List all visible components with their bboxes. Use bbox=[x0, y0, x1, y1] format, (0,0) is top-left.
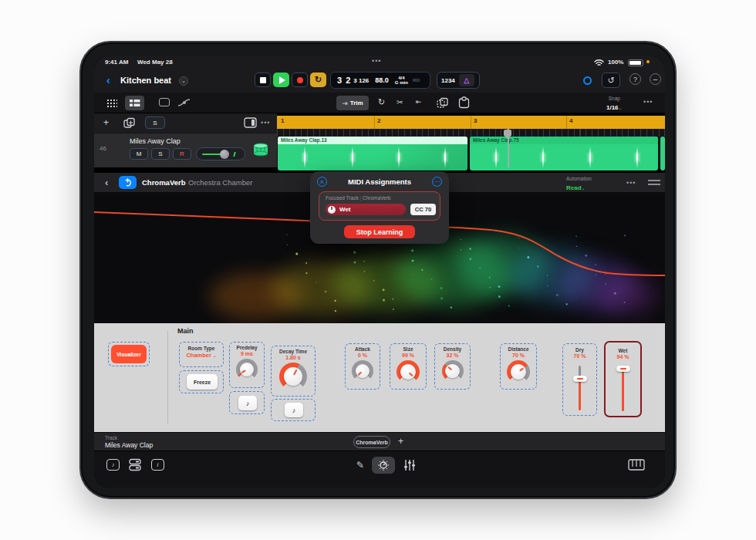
help-button[interactable]: ? bbox=[629, 73, 641, 85]
record-enable-indicator[interactable] bbox=[583, 76, 592, 85]
trim-icon: ⇥ bbox=[342, 100, 348, 107]
slider-handle[interactable] bbox=[616, 366, 630, 372]
pencil-tool-icon[interactable]: ✎ bbox=[356, 460, 364, 471]
back-chevron-icon[interactable]: ‹ bbox=[106, 73, 110, 86]
volume-knob[interactable] bbox=[220, 150, 229, 159]
scissors-tool-icon[interactable]: ✂ bbox=[397, 98, 403, 106]
trim-tool-button[interactable]: ⇥ Trim bbox=[336, 96, 369, 110]
waveform-spike bbox=[495, 147, 497, 168]
popup-more-button[interactable]: ⋯ bbox=[432, 177, 442, 187]
bar-ruler[interactable]: 1 2 3 4 bbox=[277, 116, 665, 129]
plugin-name[interactable]: ChromaVerb bbox=[142, 178, 186, 187]
count-in-group: 1234 △ bbox=[437, 72, 480, 89]
density-knob[interactable]: Density 32 % bbox=[434, 343, 471, 390]
project-title[interactable]: Kitchen beat bbox=[120, 76, 171, 85]
paste-icon[interactable] bbox=[458, 96, 470, 109]
panel-divider bbox=[167, 331, 168, 424]
plugin-pill-chromaverb[interactable]: ChromaVerb bbox=[353, 436, 390, 448]
solo-mode-button[interactable]: S bbox=[145, 116, 165, 129]
audio-region[interactable]: Miles Away Clap.13 bbox=[278, 137, 467, 170]
logic-pro-screen: 9:41 AM Wed May 28 ••• 100% ‹ Kitchen be… bbox=[94, 56, 665, 488]
region-select-icon[interactable] bbox=[159, 98, 170, 106]
loop-browser-icon[interactable]: ♪ bbox=[106, 459, 120, 471]
mute-button[interactable]: M bbox=[130, 148, 148, 160]
chromaverb-controls: Visualizer Main Room Type Chamber ⌄ Free… bbox=[94, 323, 665, 432]
track-header-more-icon[interactable]: ••• bbox=[261, 119, 270, 127]
play-button[interactable] bbox=[273, 73, 289, 87]
plugin-more-icon[interactable]: ••• bbox=[626, 179, 636, 187]
metronome-icon[interactable]: △ bbox=[459, 74, 474, 86]
note-icon: ♪ bbox=[292, 407, 296, 414]
toolbar-more-icon[interactable]: ••• bbox=[643, 98, 653, 106]
ruler-bar-number: 4 bbox=[569, 117, 572, 124]
wet-slider[interactable]: Wet 94 % bbox=[604, 341, 642, 417]
size-knob[interactable]: Size 99 % bbox=[390, 343, 427, 390]
automation-curve-icon[interactable] bbox=[177, 98, 191, 107]
hide-controls-button[interactable]: − bbox=[650, 73, 661, 85]
record-arm-button[interactable]: R bbox=[173, 148, 191, 160]
cycle-button[interactable]: ↻ bbox=[310, 73, 326, 87]
trim-tool-label: Trim bbox=[350, 100, 363, 106]
stop-icon bbox=[260, 77, 266, 83]
add-track-icon[interactable]: + bbox=[103, 117, 109, 128]
freeze-button[interactable]: Freeze bbox=[187, 374, 218, 390]
browser-icon[interactable] bbox=[128, 458, 143, 471]
volume-tick bbox=[233, 152, 236, 157]
plugin-preset-name[interactable]: Orchestra Chamber bbox=[188, 178, 252, 187]
undo-button[interactable]: ↺ bbox=[602, 73, 620, 88]
decay-time-knob[interactable]: Decay Time 1.80 s bbox=[271, 346, 316, 397]
track-name: Miles Away Clap bbox=[130, 137, 181, 145]
cc-number-badge[interactable]: CC 70 bbox=[410, 204, 436, 215]
inspector-icon[interactable] bbox=[244, 117, 257, 128]
knob-icon bbox=[328, 206, 336, 214]
snap-control[interactable]: Snap 1/16⌄ bbox=[606, 95, 623, 112]
sync-note-button[interactable]: ♪ bbox=[285, 403, 303, 417]
project-menu-chevron-icon[interactable]: ⌄ bbox=[179, 76, 188, 86]
info-icon[interactable]: i bbox=[151, 459, 164, 471]
track-volume-slider[interactable] bbox=[196, 147, 245, 160]
automation-mode: Read bbox=[566, 184, 582, 191]
lcd-tempo: 88.0 bbox=[375, 76, 389, 84]
plugin-back-chevron-icon[interactable]: ‹ bbox=[105, 177, 108, 188]
status-ellipsis[interactable]: ••• bbox=[372, 57, 381, 65]
slider-handle[interactable] bbox=[573, 376, 587, 382]
lcd-display[interactable]: 3 2 3 126 88.0 4/4 G min MIDI bbox=[330, 72, 430, 89]
snap-chevron-icon: ⌄ bbox=[619, 106, 623, 110]
help-icon: ? bbox=[633, 76, 637, 83]
dry-slider[interactable]: Dry 70 % bbox=[562, 343, 597, 416]
duplicate-track-icon[interactable] bbox=[123, 117, 136, 129]
room-type-control[interactable]: Room Type Chamber ⌄ bbox=[179, 342, 224, 367]
attack-knob[interactable]: Attack 0 % bbox=[345, 343, 380, 390]
sync-note-button[interactable]: ♪ bbox=[238, 396, 257, 410]
automation-control[interactable]: Automation Read⌄ bbox=[566, 175, 592, 192]
add-plugin-button[interactable]: + bbox=[398, 436, 403, 447]
stop-learning-button[interactable]: Stop Learning bbox=[344, 225, 415, 238]
assignment-parameter-pill[interactable]: Wet bbox=[326, 204, 406, 215]
tracks-view-button[interactable] bbox=[125, 96, 144, 110]
loop-tool-icon[interactable]: ↻ bbox=[378, 97, 385, 107]
track-number: 46 bbox=[100, 145, 106, 152]
stop-button[interactable] bbox=[255, 73, 271, 87]
split-tool-icon[interactable]: ⇤ bbox=[416, 98, 422, 106]
distance-knob[interactable]: Distance 70 % bbox=[500, 343, 537, 390]
count-in-button[interactable]: 1234 bbox=[441, 77, 455, 84]
drag-handle-icon[interactable] bbox=[648, 180, 660, 181]
controls-view-button[interactable] bbox=[372, 457, 395, 474]
knob-view-icon bbox=[377, 459, 390, 471]
audio-region[interactable]: Miles Away Clap.75 bbox=[470, 137, 658, 170]
midi-assignment-card[interactable]: Focused Track | ChromaVerb Wet CC 70 bbox=[319, 191, 440, 221]
slider-track bbox=[579, 366, 581, 410]
solo-button[interactable]: S bbox=[151, 148, 170, 160]
record-button[interactable] bbox=[292, 73, 308, 87]
ruler-bar-number: 3 bbox=[474, 117, 477, 124]
cells-view-icon[interactable] bbox=[106, 99, 117, 107]
slider-label: Wet bbox=[606, 348, 640, 353]
copy-icon[interactable] bbox=[437, 97, 449, 109]
predelay-knob[interactable]: Predelay 9 ms bbox=[229, 342, 265, 388]
keyboard-icon[interactable] bbox=[628, 459, 645, 471]
plugin-power-button[interactable] bbox=[119, 176, 137, 189]
track-header[interactable]: 46 Miles Away Clap M S R bbox=[94, 133, 277, 167]
lcd-midi-label: MIDI bbox=[413, 79, 420, 83]
mixer-icon[interactable] bbox=[403, 458, 417, 472]
visualizer-button[interactable]: Visualizer bbox=[111, 345, 147, 363]
